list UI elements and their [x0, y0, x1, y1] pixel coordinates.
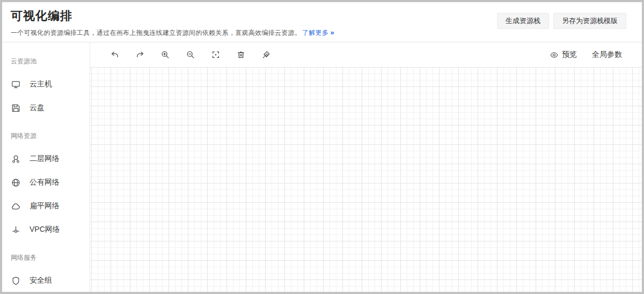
sidebar-item-label: 公有网络 — [30, 178, 60, 187]
global-params-button[interactable]: 全局参数 — [592, 50, 622, 60]
double-chevron-icon[interactable]: » — [330, 28, 333, 36]
canvas-toolbar: 预览 全局参数 — [90, 42, 642, 67]
clear-canvas-icon[interactable] — [261, 50, 271, 60]
section-label: 云资源池 — [2, 56, 90, 66]
sidebar-item-public-network[interactable]: 公有网络 — [2, 171, 90, 194]
vpc-network-icon — [11, 225, 21, 235]
preview-label: 预览 — [562, 50, 577, 60]
sidebar-item-cloud-disk[interactable]: 云盘 — [2, 96, 90, 120]
preview-button[interactable]: 预览 — [550, 50, 577, 60]
sidebar-item-security-group[interactable]: 安全组 — [2, 269, 90, 292]
sidebar-item-label: 二层网络 — [30, 154, 60, 164]
section-label: 网络服务 — [2, 253, 90, 262]
sidebar-section-network-services: 网络服务 安全组 — [2, 253, 90, 292]
eye-icon — [550, 50, 559, 60]
sidebar-item-l2-network[interactable]: 二层网络 — [2, 147, 90, 171]
cloud-host-icon — [11, 79, 21, 90]
sidebar-item-label: 安全组 — [30, 276, 52, 285]
header-actions: 生成资源栈 另存为资源栈模版 — [497, 13, 626, 29]
canvas-grid[interactable] — [90, 67, 642, 292]
undo-icon[interactable] — [110, 50, 120, 60]
sidebar-section-network-resources: 网络资源 二层网络 — [2, 131, 90, 241]
visual-orchestration-page: 可视化编排 一个可视化的资源编排工具，通过在画布上拖曳连线建立资源间的依赖关系，… — [2, 2, 642, 292]
cloud-disk-icon — [11, 103, 21, 113]
sidebar-item-vpc-network[interactable]: VPC网络 — [2, 218, 90, 241]
section-label: 网络资源 — [2, 131, 90, 141]
zoom-in-icon[interactable] — [160, 50, 170, 60]
canvas-toolbar-right: 预览 全局参数 — [550, 50, 622, 60]
sidebar-item-cloud-host[interactable]: 云主机 — [2, 72, 90, 96]
main-area: 云资源池 云主机 — [2, 42, 642, 292]
resource-sidebar: 云资源池 云主机 — [2, 42, 90, 292]
flat-network-icon — [11, 201, 21, 211]
sidebar-item-flat-network[interactable]: 扁平网络 — [2, 194, 90, 218]
fit-view-icon[interactable] — [211, 50, 221, 60]
orchestration-canvas: 预览 全局参数 — [90, 42, 642, 292]
page-description-text: 一个可视化的资源编排工具，通过在画布上拖曳连线建立资源间的依赖关系，直观高效编排… — [11, 29, 301, 36]
redo-icon[interactable] — [135, 50, 145, 60]
page-header: 可视化编排 一个可视化的资源编排工具，通过在画布上拖曳连线建立资源间的依赖关系，… — [2, 2, 642, 42]
delete-icon[interactable] — [236, 50, 246, 60]
sidebar-section-cloud-pool: 云资源池 云主机 — [2, 56, 90, 120]
generate-stack-button[interactable]: 生成资源栈 — [497, 13, 549, 29]
zoom-out-icon[interactable] — [186, 50, 195, 60]
sidebar-item-label: 云主机 — [30, 79, 52, 89]
sidebar-item-label: VPC网络 — [30, 225, 60, 234]
sidebar-item-label: 扁平网络 — [30, 201, 60, 211]
l2-network-icon — [11, 154, 21, 164]
save-as-template-button[interactable]: 另存为资源栈模版 — [553, 13, 626, 29]
security-group-icon — [11, 276, 21, 286]
page-description: 一个可视化的资源编排工具，通过在画布上拖曳连线建立资源间的依赖关系，直观高效编排… — [11, 28, 642, 38]
learn-more-link[interactable]: 了解更多 — [302, 29, 328, 36]
sidebar-item-label: 云盘 — [30, 103, 45, 113]
canvas-tools — [110, 50, 271, 60]
public-network-icon — [11, 178, 21, 188]
